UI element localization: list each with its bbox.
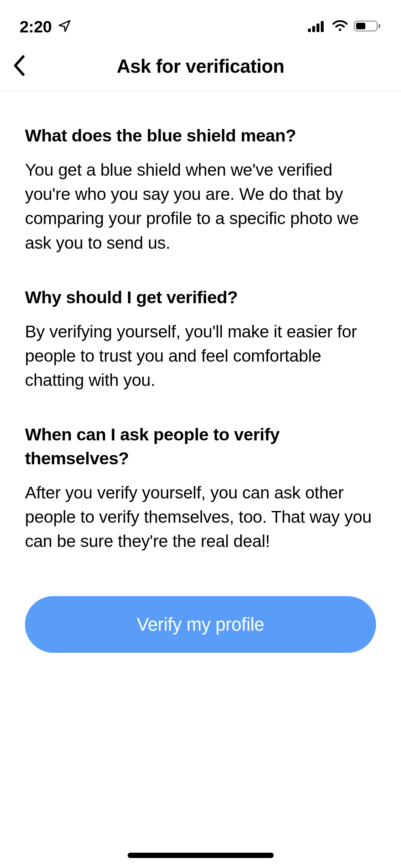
section-heading: When can I ask people to verify themselv… bbox=[25, 423, 376, 470]
svg-rect-3 bbox=[321, 21, 324, 32]
section-body: After you verify yourself, you can ask o… bbox=[25, 481, 376, 553]
svg-rect-1 bbox=[312, 26, 315, 32]
back-button[interactable] bbox=[11, 55, 28, 78]
page-title: Ask for verification bbox=[11, 55, 390, 77]
faq-section: Why should I get verified? By verifying … bbox=[25, 285, 376, 393]
status-bar: 2:20 bbox=[0, 0, 401, 46]
faq-section: When can I ask people to verify themselv… bbox=[25, 423, 376, 553]
home-indicator[interactable] bbox=[128, 853, 274, 858]
status-right-group bbox=[308, 20, 381, 34]
verify-profile-button[interactable]: Verify my profile bbox=[25, 596, 376, 653]
faq-section: What does the blue shield mean? You get … bbox=[25, 124, 376, 255]
svg-rect-6 bbox=[379, 24, 380, 28]
navigation-header: Ask for verification bbox=[0, 46, 401, 92]
svg-rect-0 bbox=[308, 29, 311, 32]
wifi-icon bbox=[331, 20, 349, 34]
section-heading: Why should I get verified? bbox=[25, 285, 376, 309]
battery-icon bbox=[354, 20, 381, 34]
content-area: What does the blue shield mean? You get … bbox=[0, 92, 401, 653]
cellular-signal-icon bbox=[308, 20, 327, 33]
status-left-group: 2:20 bbox=[20, 17, 72, 36]
section-body: You get a blue shield when we've verifie… bbox=[25, 158, 376, 255]
status-time: 2:20 bbox=[20, 17, 52, 36]
section-heading: What does the blue shield mean? bbox=[25, 124, 376, 147]
svg-rect-2 bbox=[317, 24, 319, 32]
section-body: By verifying yourself, you'll make it ea… bbox=[25, 320, 376, 392]
svg-rect-5 bbox=[356, 23, 365, 29]
location-arrow-icon bbox=[57, 19, 72, 35]
